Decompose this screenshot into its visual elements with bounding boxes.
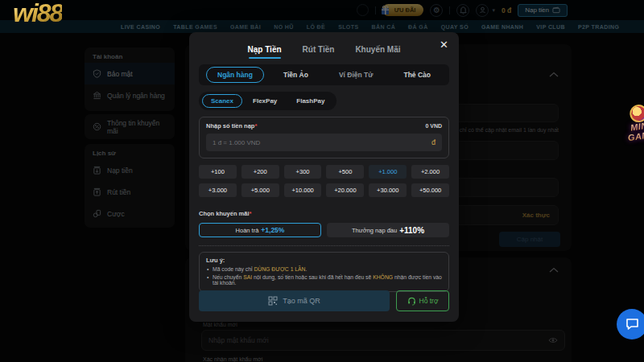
promo-option-thuong-nap-dau[interactable]: Thưởng nạp đầu +110% <box>327 223 449 237</box>
promo-value: +1,25% <box>261 226 284 234</box>
quick-amount-button[interactable]: +2.000 <box>411 165 449 179</box>
required-mark: * <box>250 210 252 217</box>
method-tab-the-cao[interactable]: Thẻ Cào <box>392 67 442 83</box>
quick-amount-button[interactable]: +200 <box>242 165 279 179</box>
live-chat-button[interactable] <box>617 309 644 339</box>
promo-options: Hoàn trả +1,25% Thưởng nạp đầu +110% <box>199 223 449 237</box>
quick-amount-button-selected[interactable]: +1.000 <box>369 165 407 179</box>
quick-amount-button[interactable]: +10.000 <box>284 183 322 197</box>
create-qr-label: Tạo mã QR <box>283 297 320 305</box>
quick-amount-grid: +100 +200 +300 +500 +1.000 +2.000 +3.000… <box>199 165 449 197</box>
minigame-float-widget[interactable]: MINI GAME <box>614 101 644 144</box>
create-qr-button[interactable]: Tạo mã QR <box>199 290 390 311</box>
quick-amount-button[interactable]: +30.000 <box>369 183 407 197</box>
dotted-divider <box>199 245 449 246</box>
tab-nap-tien[interactable]: Nạp Tiền <box>248 45 282 54</box>
quick-amount-button[interactable]: +20.000 <box>326 183 364 197</box>
tab-rut-tien[interactable]: Rút Tiền <box>303 45 335 54</box>
support-label: Hỗ trợ <box>419 297 439 305</box>
quick-amount-button[interactable]: +300 <box>284 165 322 179</box>
note-title: Lưu ý: <box>206 257 442 264</box>
note-line-2: Nếu chuyển SAI nội dung, số tiền hoặc sa… <box>206 274 442 286</box>
promo-select-label: Chọn khuyến mãi* <box>199 210 251 217</box>
headset-icon <box>407 297 416 306</box>
provider-scanex[interactable]: Scanex <box>202 94 242 108</box>
amount-label: Nhập số tiền nạp* <box>206 122 257 130</box>
promo-value: +110% <box>399 226 424 235</box>
quick-amount-button[interactable]: +3.000 <box>199 183 237 197</box>
amount-section: Nhập số tiền nạp* 0 VND đ <box>199 117 449 158</box>
currency-symbol: đ <box>431 138 436 146</box>
support-button[interactable]: Hỗ trợ <box>396 290 449 311</box>
promo-option-hoan-tra[interactable]: Hoàn trả +1,25% <box>199 223 321 237</box>
close-icon[interactable]: ✕ <box>440 39 448 50</box>
amount-input[interactable] <box>213 139 431 146</box>
quick-amount-button[interactable]: +5.000 <box>242 183 279 197</box>
method-tab-tien-ao[interactable]: Tiền Ảo <box>272 67 320 83</box>
note-box: Lưu ý: Mã code này chỉ DÙNG ĐƯỢC 1 LẦN. … <box>199 252 449 292</box>
note-line-1: Mã code này chỉ DÙNG ĐƯỢC 1 LẦN. <box>206 266 442 272</box>
promo-name: Hoàn trả <box>236 227 259 234</box>
deposit-modal: ✕ Nạp Tiền Rút Tiền Khuyến Mãi Ngân hàng… <box>189 32 459 322</box>
brand-logo[interactable]: wi88 <box>13 0 62 28</box>
amount-balance: 0 VND <box>425 123 442 129</box>
chat-bubble-icon <box>625 318 639 331</box>
quick-amount-button[interactable]: +100 <box>199 165 237 179</box>
payment-method-tabs: Ngân hàng Tiền Ảo Ví Điện Tử Thẻ Cào <box>199 64 449 85</box>
provider-tabs: Scanex FlexPay FlashPay <box>199 92 336 110</box>
tab-khuyen-mai[interactable]: Khuyến Mãi <box>355 45 400 54</box>
required-mark: * <box>254 122 257 130</box>
modal-footer: Tạo mã QR Hỗ trợ <box>199 290 449 311</box>
promo-name: Thưởng nạp đầu <box>352 227 397 234</box>
quick-amount-button[interactable]: +50.000 <box>411 183 449 197</box>
method-tab-ngan-hang[interactable]: Ngân hàng <box>206 67 264 83</box>
provider-flexpay[interactable]: FlexPay <box>244 94 286 108</box>
quick-amount-button[interactable]: +500 <box>326 165 364 179</box>
provider-flashpay[interactable]: FlashPay <box>287 94 333 108</box>
qr-code-icon <box>268 296 278 306</box>
modal-tabs: Nạp Tiền Rút Tiền Khuyến Mãi <box>199 32 449 54</box>
amount-input-wrap: đ <box>206 134 442 151</box>
method-tab-vi-dien-tu[interactable]: Ví Điện Tử <box>328 67 385 83</box>
